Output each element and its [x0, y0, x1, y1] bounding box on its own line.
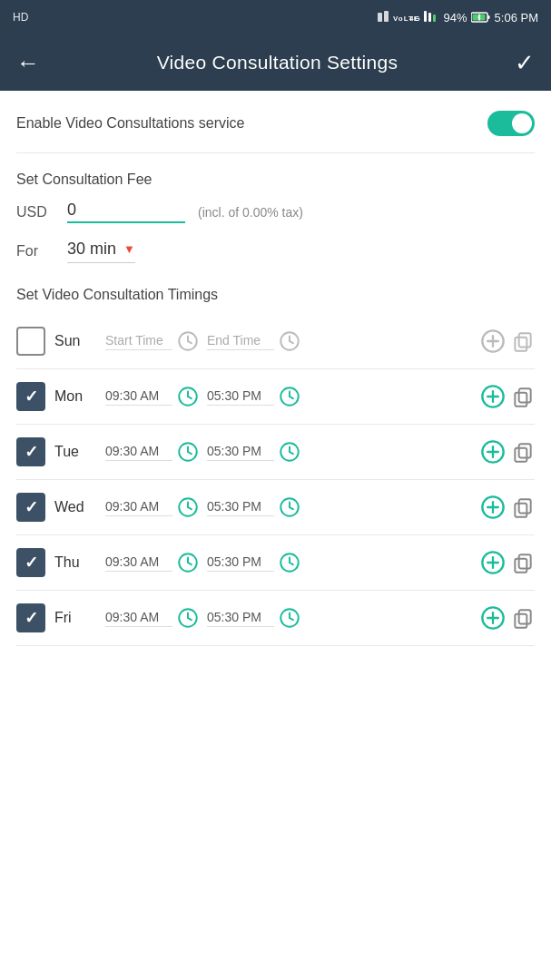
fee-section: Set Consultation Fee USD (incl. of 0.00%…	[16, 153, 535, 263]
svg-text:4G: 4G	[409, 15, 421, 23]
svg-rect-22	[519, 333, 531, 347]
svg-rect-5	[428, 13, 431, 22]
start-time-mon[interactable]: 09:30 AM	[105, 388, 172, 406]
start-clock-icon-mon[interactable]	[176, 385, 200, 408]
start-time-tue[interactable]: 09:30 AM	[105, 444, 172, 461]
end-time-wed[interactable]: 05:30 PM	[207, 499, 274, 516]
start-clock-icon-tue[interactable]	[176, 440, 200, 464]
svg-line-51	[290, 507, 293, 509]
checkbox-mon[interactable]	[16, 382, 45, 411]
svg-line-15	[188, 341, 192, 343]
add-slot-icon-fri[interactable]	[480, 605, 506, 631]
enable-toggle[interactable]	[487, 111, 535, 136]
svg-rect-67	[515, 559, 526, 573]
page-title: Video Consultation Settings	[157, 52, 398, 74]
end-clock-icon-mon[interactable]	[278, 385, 301, 408]
start-time-thu[interactable]: 09:30 AM	[105, 554, 172, 572]
copy-schedule-icon-thu[interactable]	[511, 551, 535, 574]
day-rows-container: Sun Start Time End Time	[16, 314, 535, 646]
svg-line-29	[290, 397, 293, 398]
add-slot-icon-wed[interactable]	[480, 495, 506, 520]
copy-schedule-icon-wed[interactable]	[511, 495, 535, 519]
copy-schedule-icon-fri[interactable]	[511, 606, 535, 630]
svg-rect-45	[515, 448, 526, 462]
day-actions-thu	[480, 550, 535, 575]
dropdown-arrow-icon: ▼	[123, 242, 135, 256]
status-bar: HD VoLTE 4G 94% 5:06 PM	[0, 0, 551, 34]
add-slot-icon-tue[interactable]	[480, 439, 506, 465]
time-group-wed: 09:30 AM 05:30 PM	[105, 495, 467, 519]
time-group-thu: 09:30 AM 05:30 PM	[105, 551, 467, 574]
svg-rect-8	[487, 15, 489, 19]
time-display: 5:06 PM	[495, 11, 538, 24]
end-time-tue[interactable]: 05:30 PM	[207, 444, 274, 461]
start-clock-icon-fri[interactable]	[176, 606, 200, 630]
day-actions-wed	[480, 495, 535, 520]
end-time-sun[interactable]: End Time	[207, 333, 274, 350]
day-row-sun: Sun Start Time End Time	[16, 314, 535, 369]
checkbox-fri[interactable]	[16, 603, 45, 632]
svg-rect-56	[515, 504, 526, 517]
start-clock-icon-thu[interactable]	[176, 551, 200, 574]
end-clock-icon-wed[interactable]	[278, 495, 301, 519]
checkbox-thu[interactable]	[16, 548, 45, 577]
back-button[interactable]: ←	[16, 49, 40, 77]
copy-schedule-icon-mon[interactable]	[511, 385, 535, 408]
checkbox-tue[interactable]	[16, 437, 45, 466]
end-time-fri[interactable]: 05:30 PM	[207, 610, 274, 627]
svg-rect-44	[519, 444, 531, 457]
start-time-sun[interactable]: Start Time	[105, 333, 172, 350]
tax-label: (incl. of 0.00% tax)	[198, 205, 303, 220]
svg-line-62	[290, 563, 293, 564]
status-hd: HD	[13, 11, 28, 24]
day-row-fri: Fri 09:30 AM 05:30 PM	[16, 591, 535, 646]
day-row-thu: Thu 09:30 AM 05:30 PM	[16, 535, 535, 591]
svg-line-73	[290, 618, 293, 620]
end-clock-icon-thu[interactable]	[278, 551, 301, 574]
timings-section: Set Video Consultation Timings Sun Start…	[16, 276, 535, 646]
start-time-wed[interactable]: 09:30 AM	[105, 499, 172, 516]
battery-level: 94%	[444, 11, 467, 24]
add-slot-icon-sun[interactable]	[480, 328, 506, 354]
start-time-fri[interactable]: 09:30 AM	[105, 610, 172, 627]
svg-rect-33	[519, 388, 531, 402]
svg-rect-23	[515, 338, 526, 351]
start-clock-icon-sun[interactable]	[176, 329, 200, 353]
confirm-button[interactable]: ✓	[515, 49, 535, 77]
svg-line-70	[188, 618, 192, 620]
svg-line-40	[290, 452, 293, 454]
day-name-thu: Thu	[54, 554, 96, 571]
end-clock-icon-sun[interactable]	[278, 329, 301, 353]
time-group-sun: Start Time End Time	[105, 329, 467, 353]
add-slot-icon-mon[interactable]	[480, 384, 506, 409]
svg-line-26	[188, 397, 192, 398]
for-label: For	[16, 243, 54, 260]
duration-value: 30 min	[67, 240, 116, 259]
end-time-mon[interactable]: 05:30 PM	[207, 388, 274, 406]
checkbox-wed[interactable]	[16, 493, 45, 522]
copy-schedule-icon-sun[interactable]	[511, 329, 535, 353]
enable-video-consultations-row: Enable Video Consultations service	[16, 91, 535, 153]
start-clock-icon-wed[interactable]	[176, 495, 200, 519]
svg-rect-1	[384, 11, 389, 22]
duration-select[interactable]: 30 min ▼	[67, 240, 135, 263]
svg-line-18	[290, 341, 293, 343]
end-time-thu[interactable]: 05:30 PM	[207, 554, 274, 572]
battery-icon	[471, 11, 491, 24]
add-slot-icon-thu[interactable]	[480, 550, 506, 575]
enable-label: Enable Video Consultations service	[16, 115, 244, 132]
day-name-mon: Mon	[54, 388, 96, 405]
end-clock-icon-tue[interactable]	[278, 440, 301, 464]
copy-schedule-icon-tue[interactable]	[511, 440, 535, 464]
svg-rect-78	[515, 614, 526, 628]
status-right: VoLTE 4G 94% 5:06 PM	[377, 7, 538, 28]
day-name-tue: Tue	[54, 444, 96, 460]
checkbox-sun[interactable]	[16, 327, 45, 356]
fee-input[interactable]	[67, 201, 185, 223]
timings-title: Set Video Consultation Timings	[16, 287, 535, 303]
svg-rect-6	[433, 15, 436, 22]
svg-rect-66	[519, 554, 531, 568]
end-clock-icon-fri[interactable]	[278, 606, 301, 630]
day-actions-tue	[480, 439, 535, 465]
day-row-wed: Wed 09:30 AM 05:30 PM	[16, 480, 535, 535]
